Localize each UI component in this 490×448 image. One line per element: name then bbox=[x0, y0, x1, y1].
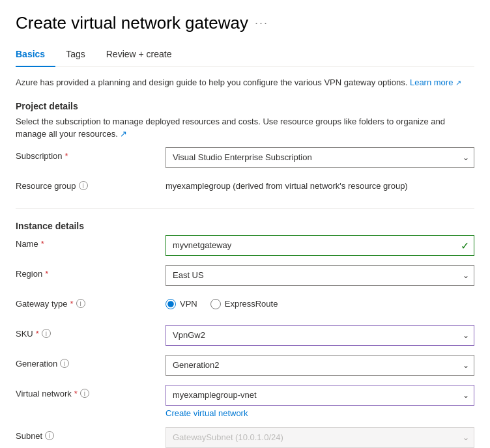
create-virtual-network-link[interactable]: Create virtual network bbox=[166, 408, 248, 418]
name-valid-icon: ✓ bbox=[461, 239, 469, 251]
subnet-control: GatewaySubnet (10.0.1.0/24) ⌄ ⓘ Only vir… bbox=[166, 427, 474, 449]
learn-more-text: Learn more bbox=[410, 77, 453, 87]
virtual-network-label-text: Virtual network bbox=[16, 389, 72, 399]
gateway-type-label-text: Gateway type bbox=[16, 299, 68, 309]
external-link-icon-2: ↗ bbox=[120, 129, 127, 139]
subnet-info-icon[interactable]: i bbox=[45, 431, 54, 440]
tab-basics[interactable]: Basics bbox=[16, 44, 55, 67]
name-control: ✓ bbox=[166, 235, 474, 256]
gateway-type-label: Gateway type * i bbox=[16, 295, 166, 309]
subnet-label: Subnet i bbox=[16, 427, 166, 441]
generation-label-text: Generation bbox=[16, 359, 57, 369]
title-text: Create virtual network gateway bbox=[16, 13, 248, 33]
sku-required: * bbox=[36, 329, 39, 339]
name-input[interactable] bbox=[166, 235, 474, 256]
generation-row: Generation i Generation1 Generation2 ⌄ bbox=[16, 355, 474, 376]
sku-select[interactable]: VpnGw1 VpnGw2 VpnGw3 VpnGw4 VpnGw5 bbox=[166, 325, 474, 346]
subscription-label-text: Subscription bbox=[16, 151, 63, 161]
gateway-type-expressroute-label: ExpressRoute bbox=[225, 299, 278, 309]
name-required: * bbox=[41, 239, 44, 249]
gateway-type-vpn-label: VPN bbox=[180, 299, 197, 309]
project-details-desc: Select the subscription to manage deploy… bbox=[16, 115, 474, 141]
generation-select[interactable]: Generation1 Generation2 bbox=[166, 355, 474, 376]
sku-row: SKU * i VpnGw1 VpnGw2 VpnGw3 VpnGw4 VpnG… bbox=[16, 325, 474, 346]
subnet-select: GatewaySubnet (10.0.1.0/24) bbox=[166, 427, 474, 448]
sku-label: SKU * i bbox=[16, 325, 166, 339]
resource-group-label: Resource group i bbox=[16, 177, 166, 191]
subscription-row: Subscription * Visual Studio Enterprise … bbox=[16, 147, 474, 168]
generation-select-wrapper: Generation1 Generation2 ⌄ bbox=[166, 355, 474, 376]
section-divider bbox=[16, 208, 474, 209]
resource-group-info-icon[interactable]: i bbox=[79, 181, 88, 190]
region-required: * bbox=[45, 269, 48, 279]
project-details-desc-text: Select the subscription to manage deploy… bbox=[16, 117, 445, 139]
subscription-control: Visual Studio Enterprise Subscription Pa… bbox=[166, 147, 474, 168]
gateway-type-control: VPN ExpressRoute bbox=[166, 295, 474, 309]
virtual-network-required: * bbox=[74, 389, 78, 399]
virtual-network-label: Virtual network * i bbox=[16, 385, 166, 399]
subscription-required: * bbox=[65, 151, 68, 161]
region-label-text: Region bbox=[16, 269, 42, 279]
sku-select-wrapper: VpnGw1 VpnGw2 VpnGw3 VpnGw4 VpnGw5 ⌄ bbox=[166, 325, 474, 346]
region-row: Region * East US West US East US 2 West … bbox=[16, 265, 474, 286]
resource-group-value: myexamplegroup (derived from virtual net… bbox=[166, 177, 474, 191]
subscription-label: Subscription * bbox=[16, 147, 166, 161]
region-select-wrapper: East US West US East US 2 West Europe No… bbox=[166, 265, 474, 286]
subscription-select-wrapper: Visual Studio Enterprise Subscription Pa… bbox=[166, 147, 474, 168]
generation-label: Generation i bbox=[16, 355, 166, 369]
gateway-type-vpn-radio[interactable] bbox=[166, 299, 176, 309]
subnet-select-wrapper: GatewaySubnet (10.0.1.0/24) ⌄ bbox=[166, 427, 474, 448]
resource-group-label-text: Resource group bbox=[16, 181, 76, 191]
sku-info-icon[interactable]: i bbox=[42, 329, 51, 338]
gateway-type-info-icon[interactable]: i bbox=[76, 299, 85, 308]
info-banner: Azure has provided a planning and design… bbox=[16, 76, 474, 89]
gateway-type-vpn-option[interactable]: VPN bbox=[166, 299, 197, 309]
gateway-type-required: * bbox=[70, 299, 74, 309]
subscription-select[interactable]: Visual Studio Enterprise Subscription Pa… bbox=[166, 147, 474, 168]
virtual-network-select-wrapper: myexamplegroup-vnet ⌄ bbox=[166, 385, 474, 406]
tab-review-create[interactable]: Review + create bbox=[106, 44, 182, 67]
project-details-title: Project details bbox=[16, 101, 474, 111]
virtual-network-info-icon[interactable]: i bbox=[80, 389, 89, 398]
gateway-type-row: Gateway type * i VPN ExpressRoute bbox=[16, 295, 474, 316]
generation-control: Generation1 Generation2 ⌄ bbox=[166, 355, 474, 376]
gateway-type-expressroute-option[interactable]: ExpressRoute bbox=[210, 299, 278, 309]
region-control: East US West US East US 2 West Europe No… bbox=[166, 265, 474, 286]
sku-control: VpnGw1 VpnGw2 VpnGw3 VpnGw4 VpnGw5 ⌄ bbox=[166, 325, 474, 346]
instance-details-title: Instance details bbox=[16, 221, 474, 231]
gateway-type-expressroute-radio[interactable] bbox=[210, 299, 221, 309]
virtual-network-select[interactable]: myexamplegroup-vnet bbox=[166, 385, 474, 406]
name-label-text: Name bbox=[16, 239, 38, 249]
region-label: Region * bbox=[16, 265, 166, 279]
tab-tags[interactable]: Tags bbox=[66, 44, 96, 67]
page-title: Create virtual network gateway ··· bbox=[16, 13, 474, 33]
name-row: Name * ✓ bbox=[16, 235, 474, 256]
virtual-network-control: myexamplegroup-vnet ⌄ Create virtual net… bbox=[166, 385, 474, 418]
subnet-label-text: Subnet bbox=[16, 431, 42, 441]
subnet-row: Subnet i GatewaySubnet (10.0.1.0/24) ⌄ ⓘ… bbox=[16, 427, 474, 449]
external-link-icon: ↗ bbox=[455, 79, 461, 87]
gateway-type-radio-group: VPN ExpressRoute bbox=[166, 295, 474, 309]
resource-group-control: myexamplegroup (derived from virtual net… bbox=[166, 177, 474, 191]
title-dots: ··· bbox=[255, 16, 268, 30]
sku-label-text: SKU bbox=[16, 329, 33, 339]
virtual-network-row: Virtual network * i myexamplegroup-vnet … bbox=[16, 385, 474, 418]
project-details-link[interactable]: ↗ bbox=[120, 129, 127, 139]
resource-group-row: Resource group i myexamplegroup (derived… bbox=[16, 177, 474, 198]
learn-more-link[interactable]: Learn more ↗ bbox=[410, 77, 461, 87]
generation-info-icon[interactable]: i bbox=[60, 359, 69, 368]
name-input-wrapper: ✓ bbox=[166, 235, 474, 256]
region-select[interactable]: East US West US East US 2 West Europe No… bbox=[166, 265, 474, 286]
tabs-container: Basics Tags Review + create bbox=[16, 44, 474, 67]
name-label: Name * bbox=[16, 235, 166, 249]
info-banner-text: Azure has provided a planning and design… bbox=[16, 77, 407, 87]
